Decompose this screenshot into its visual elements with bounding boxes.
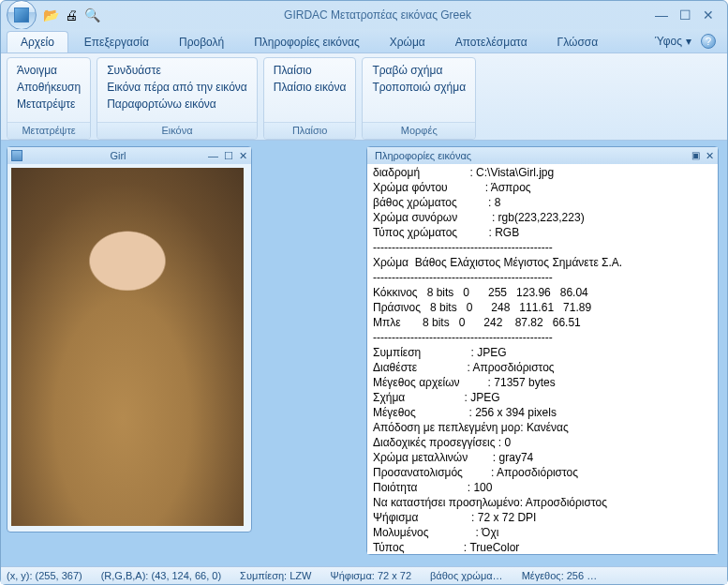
tab-results[interactable]: Αποτελέσματα [441,31,542,52]
image-window-title: Girl [28,150,208,161]
help-icon[interactable]: ? [701,34,716,49]
app-title: GIRDAC Μετατροπέας εικόνας Greek [100,8,655,22]
window-controls: — ☐ ✕ [655,8,721,22]
cmd-frame[interactable]: Πλαίσιο [274,64,347,77]
app-icon [14,8,29,22]
open-icon[interactable]: 📂 [42,7,59,23]
child-minimize-icon[interactable]: — [208,150,218,162]
info-window-title: Πληροφορίες εικόνας [371,150,691,161]
tab-view[interactable]: Προβολή [165,31,238,52]
app-window: 📂 🖨 🔍 GIRDAC Μετατροπέας εικόνας Greek —… [0,0,728,585]
info-window-titlebar[interactable]: Πληροφορίες εικόνας ▣ ✕ [367,147,718,164]
group-label-image: Εικόνα [97,122,257,139]
ribbon-group-frame: Πλαίσιο Πλαίσιο εικόνα Πλαίσιο [263,57,357,140]
statusbar: (x, y): (255, 367) (R,G,B,A): (43, 124, … [1,566,727,584]
info-text: διαδρομή : C:\Vista\Girl.jpg Χρώμα φόντο… [367,164,718,554]
group-label-shapes: Μορφές [363,122,475,139]
child-maximize-icon[interactable]: ☐ [224,150,233,162]
tab-edit[interactable]: Επεξεργασία [70,31,163,52]
quick-access-toolbar: 📂 🖨 🔍 [42,7,100,23]
chevron-down-icon: ▾ [686,35,691,48]
cmd-overload-image[interactable]: Παραφορτώνω εικόνα [107,98,247,111]
ribbon-tabs: Αρχείο Επεξεργασία Προβολή Πληροφορίες ε… [1,29,727,53]
tab-file[interactable]: Αρχείο [7,31,68,52]
ribbon-group-shapes: Τραβώ σχήμα Τροποποιώ σχήμα Μορφές [362,57,476,140]
info-window[interactable]: Πληροφορίες εικόνας ▣ ✕ διαδρομή : C:\Vi… [366,146,719,555]
minimize-button[interactable]: — [655,8,668,22]
child-close-icon[interactable]: ✕ [239,150,247,162]
image-viewport [7,164,251,530]
cmd-open[interactable]: Άνοιγμα [17,64,81,77]
info-close-icon[interactable]: ✕ [706,150,714,162]
cmd-draw-shape[interactable]: Τραβώ σχήμα [372,64,466,77]
cmd-frame-image[interactable]: Πλαίσιο εικόνα [274,81,347,94]
ribbon-group-image: Συνδυάστε Εικόνα πέρα από την εικόνα Παρ… [97,57,258,140]
cmd-save[interactable]: Αποθήκευση [17,81,81,94]
ribbon-group-convert: Άνοιγμα Αποθήκευση Μετατρέψτε Μετατρέψτε [7,57,91,140]
status-resolution: Ψήφισμα: 72 x 72 [330,570,411,581]
app-menu-orb[interactable] [7,0,37,30]
tab-language[interactable]: Γλώσσα [543,31,613,52]
ribbon: Άνοιγμα Αποθήκευση Μετατρέψτε Μετατρέψτε… [1,53,727,141]
image-icon [11,150,22,161]
cmd-modify-shape[interactable]: Τροποποιώ σχήμα [372,81,466,94]
mdi-workspace: Girl — ☐ ✕ Πληροφορίες εικόνας ▣ ✕ διαδρ… [1,141,727,566]
group-label-convert: Μετατρέψτε [7,122,90,139]
pin-icon[interactable]: ▣ [691,150,700,162]
cmd-combine[interactable]: Συνδυάστε [107,64,247,77]
close-button[interactable]: ✕ [703,8,714,22]
titlebar: 📂 🖨 🔍 GIRDAC Μετατροπέας εικόνας Greek —… [1,1,727,29]
status-xy: (x, y): (255, 367) [7,570,82,581]
group-label-frame: Πλαίσιο [264,122,356,139]
preview-icon[interactable]: 🔍 [83,7,100,23]
tab-image-info[interactable]: Πληροφορίες εικόνας [240,31,374,52]
tab-color[interactable]: Χρώμα [376,31,439,52]
status-rgba: (R,G,B,A): (43, 124, 66, 0) [101,570,221,581]
status-size: Μέγεθος: 256 … [522,570,598,581]
status-depth: βάθος χρώμα… [430,570,503,581]
maximize-button[interactable]: ☐ [679,8,691,22]
image-window-titlebar[interactable]: Girl — ☐ ✕ [7,147,251,164]
image-content [11,168,244,526]
print-icon[interactable]: 🖨 [63,7,80,23]
style-menu[interactable]: Ύφος ▾ ? [649,30,721,52]
style-label: Ύφος [655,35,682,48]
status-compression: Συμπίεση: LZW [240,570,311,581]
image-window[interactable]: Girl — ☐ ✕ [7,146,252,532]
cmd-convert[interactable]: Μετατρέψτε [17,98,81,111]
cmd-image-over-image[interactable]: Εικόνα πέρα από την εικόνα [107,81,247,94]
